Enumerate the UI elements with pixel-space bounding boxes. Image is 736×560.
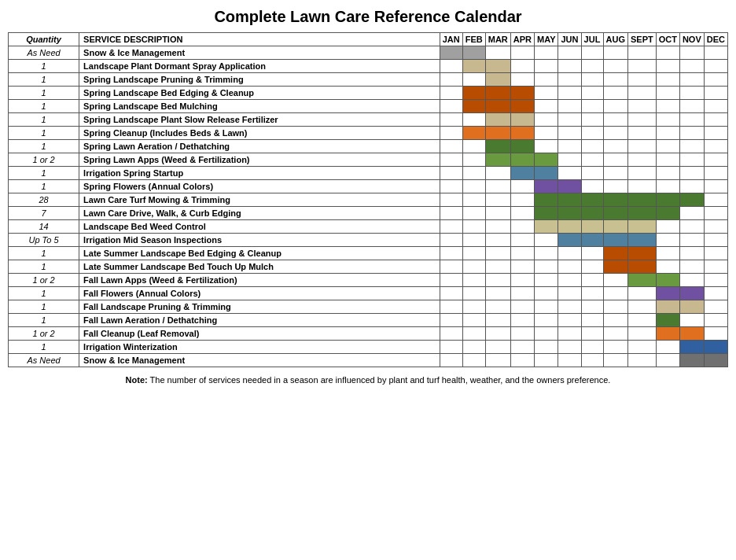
- month-cell: [535, 327, 558, 341]
- month-cell: [603, 287, 627, 300]
- month-cell: [656, 274, 679, 287]
- month-cell: [535, 167, 558, 180]
- month-cell: [704, 140, 727, 153]
- month-cell: [656, 234, 679, 247]
- month-cell: [510, 100, 534, 113]
- month-cell: [656, 100, 679, 113]
- month-cell: [603, 314, 627, 327]
- service-cell: Irrigation Mid Season Inspections: [79, 234, 440, 247]
- header-may: MAY: [535, 33, 558, 46]
- service-cell: Spring Lawn Apps (Weed & Fertilization): [79, 153, 440, 167]
- month-cell: [656, 327, 679, 341]
- month-cell: [535, 46, 558, 60]
- qty-cell: Up To 5: [9, 234, 79, 247]
- month-cell: [627, 113, 656, 127]
- service-cell: Irrigation Winterization: [79, 341, 440, 354]
- month-cell: [535, 260, 558, 274]
- month-cell: [535, 193, 558, 207]
- month-cell: [485, 127, 510, 140]
- qty-cell: 1: [9, 260, 79, 274]
- header-feb: FEB: [462, 33, 485, 46]
- month-cell: [440, 207, 462, 220]
- month-cell: [656, 46, 679, 60]
- table-row: 1Fall Landscape Pruning & Trimming: [9, 300, 728, 314]
- month-cell: [627, 46, 656, 60]
- month-cell: [581, 327, 603, 341]
- month-cell: [558, 327, 581, 341]
- month-cell: [462, 153, 485, 167]
- month-cell: [581, 341, 603, 354]
- month-cell: [535, 153, 558, 167]
- month-cell: [558, 167, 581, 180]
- month-cell: [558, 100, 581, 113]
- month-cell: [440, 60, 462, 73]
- month-cell: [679, 127, 704, 140]
- month-cell: [440, 180, 462, 193]
- month-cell: [462, 220, 485, 234]
- month-cell: [558, 274, 581, 287]
- month-cell: [679, 193, 704, 207]
- service-cell: Spring Landscape Bed Mulching: [79, 100, 440, 113]
- month-cell: [535, 207, 558, 220]
- service-cell: Spring Flowers (Annual Colors): [79, 180, 440, 193]
- month-cell: [485, 314, 510, 327]
- month-cell: [510, 207, 534, 220]
- month-cell: [535, 287, 558, 300]
- month-cell: [440, 300, 462, 314]
- month-cell: [462, 300, 485, 314]
- table-row: 1Fall Flowers (Annual Colors): [9, 287, 728, 300]
- month-cell: [603, 247, 627, 260]
- month-cell: [462, 46, 485, 60]
- month-cell: [656, 220, 679, 234]
- month-cell: [704, 100, 727, 113]
- month-cell: [462, 60, 485, 73]
- month-cell: [440, 234, 462, 247]
- month-cell: [440, 260, 462, 274]
- month-cell: [704, 274, 727, 287]
- month-cell: [603, 87, 627, 100]
- service-cell: Late Summer Landscape Bed Edging & Clean…: [79, 247, 440, 260]
- month-cell: [440, 247, 462, 260]
- month-cell: [603, 127, 627, 140]
- table-row: 1Spring Landscape Pruning & Trimming: [9, 73, 728, 87]
- month-cell: [462, 180, 485, 193]
- month-cell: [704, 247, 727, 260]
- month-cell: [558, 341, 581, 354]
- qty-cell: As Need: [9, 46, 79, 60]
- month-cell: [510, 274, 534, 287]
- note-label: Note:: [126, 375, 148, 385]
- month-cell: [485, 60, 510, 73]
- month-cell: [510, 354, 534, 367]
- table-row: 1Spring Landscape Plant Slow Release Fer…: [9, 113, 728, 127]
- table-row: 1 or 2Spring Lawn Apps (Weed & Fertiliza…: [9, 153, 728, 167]
- qty-cell: 28: [9, 193, 79, 207]
- header-apr: APR: [510, 33, 534, 46]
- month-cell: [704, 300, 727, 314]
- month-cell: [679, 354, 704, 367]
- month-cell: [558, 87, 581, 100]
- month-cell: [462, 113, 485, 127]
- month-cell: [485, 180, 510, 193]
- month-cell: [558, 140, 581, 153]
- header-mar: MAR: [485, 33, 510, 46]
- month-cell: [679, 87, 704, 100]
- header-nov: NOV: [679, 33, 704, 46]
- service-cell: Spring Cleanup (Includes Beds & Lawn): [79, 127, 440, 140]
- service-cell: Spring Landscape Plant Slow Release Fert…: [79, 113, 440, 127]
- month-cell: [535, 180, 558, 193]
- month-cell: [581, 193, 603, 207]
- month-cell: [510, 300, 534, 314]
- month-cell: [656, 207, 679, 220]
- qty-cell: As Need: [9, 354, 79, 367]
- month-cell: [558, 60, 581, 73]
- month-cell: [627, 207, 656, 220]
- month-cell: [627, 287, 656, 300]
- month-cell: [558, 207, 581, 220]
- service-cell: Late Summer Landscape Bed Touch Up Mulch: [79, 260, 440, 274]
- month-cell: [679, 167, 704, 180]
- month-cell: [535, 100, 558, 113]
- month-cell: [627, 260, 656, 274]
- month-cell: [462, 167, 485, 180]
- month-cell: [603, 73, 627, 87]
- month-cell: [679, 207, 704, 220]
